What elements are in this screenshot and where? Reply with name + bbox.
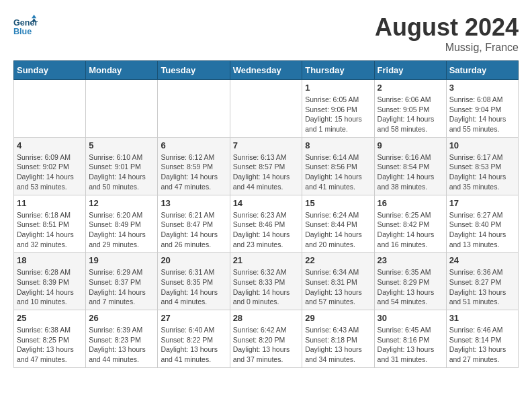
calendar-day-cell: 23Sunrise: 6:35 AMSunset: 8:29 PMDayligh… [374, 253, 446, 310]
calendar-day-cell [14, 80, 86, 138]
calendar-day-cell: 8Sunrise: 6:14 AMSunset: 8:56 PMDaylight… [302, 137, 374, 195]
calendar-day-cell: 18Sunrise: 6:28 AMSunset: 8:39 PMDayligh… [14, 253, 86, 310]
calendar-header-row: SundayMondayTuesdayWednesdayThursdayFrid… [14, 61, 519, 80]
calendar-day-cell: 27Sunrise: 6:40 AMSunset: 8:22 PMDayligh… [158, 310, 230, 368]
logo-icon: General Blue [13, 13, 38, 38]
calendar-header-tuesday: Tuesday [158, 61, 230, 80]
day-number: 2 [378, 83, 443, 93]
day-number: 9 [378, 140, 443, 150]
calendar-table: SundayMondayTuesdayWednesdayThursdayFrid… [13, 60, 519, 368]
logo: General Blue [13, 13, 38, 38]
day-info: Sunrise: 6:46 AMSunset: 8:14 PMDaylight:… [449, 325, 515, 365]
calendar-day-cell: 19Sunrise: 6:29 AMSunset: 8:37 PMDayligh… [86, 253, 158, 310]
day-info: Sunrise: 6:31 AMSunset: 8:35 PMDaylight:… [161, 267, 226, 307]
day-number: 1 [305, 83, 371, 93]
day-info: Sunrise: 6:29 AMSunset: 8:37 PMDaylight:… [89, 267, 154, 307]
calendar-day-cell: 24Sunrise: 6:36 AMSunset: 8:27 PMDayligh… [446, 253, 518, 310]
day-number: 7 [233, 140, 300, 150]
day-info: Sunrise: 6:23 AMSunset: 8:46 PMDaylight:… [233, 210, 300, 250]
calendar-day-cell: 12Sunrise: 6:20 AMSunset: 8:49 PMDayligh… [86, 195, 158, 253]
calendar-day-cell: 29Sunrise: 6:43 AMSunset: 8:18 PMDayligh… [302, 310, 374, 368]
calendar-day-cell: 25Sunrise: 6:38 AMSunset: 8:25 PMDayligh… [14, 310, 86, 368]
day-number: 13 [161, 198, 226, 208]
day-info: Sunrise: 6:27 AMSunset: 8:40 PMDaylight:… [449, 210, 515, 250]
calendar-day-cell: 20Sunrise: 6:31 AMSunset: 8:35 PMDayligh… [158, 253, 230, 310]
day-number: 18 [17, 255, 83, 265]
day-info: Sunrise: 6:05 AMSunset: 9:06 PMDaylight:… [305, 95, 371, 134]
day-number: 27 [161, 313, 226, 323]
calendar-day-cell: 14Sunrise: 6:23 AMSunset: 8:46 PMDayligh… [230, 195, 302, 253]
day-info: Sunrise: 6:08 AMSunset: 9:04 PMDaylight:… [449, 95, 515, 134]
day-number: 23 [378, 255, 443, 265]
calendar-day-cell: 3Sunrise: 6:08 AMSunset: 9:04 PMDaylight… [446, 80, 518, 138]
day-number: 19 [89, 255, 154, 265]
calendar-week-row: 1Sunrise: 6:05 AMSunset: 9:06 PMDaylight… [14, 80, 519, 138]
day-number: 6 [161, 140, 226, 150]
day-number: 10 [449, 140, 515, 150]
calendar-day-cell: 28Sunrise: 6:42 AMSunset: 8:20 PMDayligh… [230, 310, 302, 368]
day-info: Sunrise: 6:17 AMSunset: 8:53 PMDaylight:… [449, 152, 515, 192]
day-info: Sunrise: 6:10 AMSunset: 9:01 PMDaylight:… [89, 152, 154, 192]
day-info: Sunrise: 6:45 AMSunset: 8:16 PMDaylight:… [378, 325, 443, 365]
day-info: Sunrise: 6:06 AMSunset: 9:05 PMDaylight:… [378, 95, 443, 134]
svg-text:Blue: Blue [13, 27, 32, 36]
calendar-header-thursday: Thursday [302, 61, 374, 80]
day-info: Sunrise: 6:40 AMSunset: 8:22 PMDaylight:… [161, 325, 226, 365]
day-number: 17 [449, 198, 515, 208]
day-info: Sunrise: 6:34 AMSunset: 8:31 PMDaylight:… [305, 267, 371, 307]
calendar-day-cell: 2Sunrise: 6:06 AMSunset: 9:05 PMDaylight… [374, 80, 446, 138]
day-number: 21 [233, 255, 300, 265]
calendar-week-row: 4Sunrise: 6:09 AMSunset: 9:02 PMDaylight… [14, 137, 519, 195]
day-number: 14 [233, 198, 300, 208]
day-info: Sunrise: 6:21 AMSunset: 8:47 PMDaylight:… [161, 210, 226, 250]
day-number: 20 [161, 255, 226, 265]
day-number: 24 [449, 255, 515, 265]
calendar-day-cell [230, 80, 302, 138]
calendar-day-cell [86, 80, 158, 138]
calendar-day-cell: 1Sunrise: 6:05 AMSunset: 9:06 PMDaylight… [302, 80, 374, 138]
month-title: August 2024 [375, 13, 519, 42]
day-number: 3 [449, 83, 515, 93]
calendar-day-cell: 22Sunrise: 6:34 AMSunset: 8:31 PMDayligh… [302, 253, 374, 310]
location: Mussig, France [375, 42, 519, 54]
calendar-day-cell: 13Sunrise: 6:21 AMSunset: 8:47 PMDayligh… [158, 195, 230, 253]
calendar-header-monday: Monday [86, 61, 158, 80]
calendar-day-cell: 9Sunrise: 6:16 AMSunset: 8:54 PMDaylight… [374, 137, 446, 195]
calendar-day-cell: 10Sunrise: 6:17 AMSunset: 8:53 PMDayligh… [446, 137, 518, 195]
calendar-day-cell: 17Sunrise: 6:27 AMSunset: 8:40 PMDayligh… [446, 195, 518, 253]
day-info: Sunrise: 6:32 AMSunset: 8:33 PMDaylight:… [233, 267, 300, 307]
calendar-day-cell [158, 80, 230, 138]
day-number: 15 [305, 198, 371, 208]
day-info: Sunrise: 6:39 AMSunset: 8:23 PMDaylight:… [89, 325, 154, 365]
page-header: General Blue August 2024 Mussig, France [13, 13, 519, 54]
day-info: Sunrise: 6:18 AMSunset: 8:51 PMDaylight:… [17, 210, 83, 250]
calendar-day-cell: 21Sunrise: 6:32 AMSunset: 8:33 PMDayligh… [230, 253, 302, 310]
day-info: Sunrise: 6:25 AMSunset: 8:42 PMDaylight:… [378, 210, 443, 250]
day-number: 31 [449, 313, 515, 323]
calendar-week-row: 11Sunrise: 6:18 AMSunset: 8:51 PMDayligh… [14, 195, 519, 253]
calendar-day-cell: 5Sunrise: 6:10 AMSunset: 9:01 PMDaylight… [86, 137, 158, 195]
calendar-day-cell: 15Sunrise: 6:24 AMSunset: 8:44 PMDayligh… [302, 195, 374, 253]
day-number: 28 [233, 313, 300, 323]
day-info: Sunrise: 6:16 AMSunset: 8:54 PMDaylight:… [378, 152, 443, 192]
calendar-header-saturday: Saturday [446, 61, 518, 80]
title-area: August 2024 Mussig, France [375, 13, 519, 54]
day-number: 30 [378, 313, 443, 323]
calendar-day-cell: 11Sunrise: 6:18 AMSunset: 8:51 PMDayligh… [14, 195, 86, 253]
day-info: Sunrise: 6:36 AMSunset: 8:27 PMDaylight:… [449, 267, 515, 307]
day-info: Sunrise: 6:20 AMSunset: 8:49 PMDaylight:… [89, 210, 154, 250]
day-number: 5 [89, 140, 154, 150]
calendar-week-row: 18Sunrise: 6:28 AMSunset: 8:39 PMDayligh… [14, 253, 519, 310]
day-info: Sunrise: 6:35 AMSunset: 8:29 PMDaylight:… [378, 267, 443, 307]
day-number: 25 [17, 313, 83, 323]
day-number: 4 [17, 140, 83, 150]
calendar-day-cell: 26Sunrise: 6:39 AMSunset: 8:23 PMDayligh… [86, 310, 158, 368]
day-info: Sunrise: 6:38 AMSunset: 8:25 PMDaylight:… [17, 325, 83, 365]
day-number: 8 [305, 140, 371, 150]
day-number: 11 [17, 198, 83, 208]
day-number: 29 [305, 313, 371, 323]
day-number: 26 [89, 313, 154, 323]
calendar-day-cell: 7Sunrise: 6:13 AMSunset: 8:57 PMDaylight… [230, 137, 302, 195]
day-info: Sunrise: 6:28 AMSunset: 8:39 PMDaylight:… [17, 267, 83, 307]
day-info: Sunrise: 6:42 AMSunset: 8:20 PMDaylight:… [233, 325, 300, 365]
